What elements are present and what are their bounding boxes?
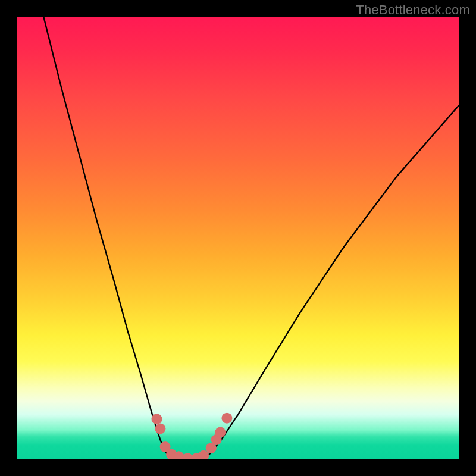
highlight-dot — [221, 413, 232, 424]
series-curve — [44, 17, 459, 459]
chart-plot-area — [17, 17, 459, 459]
chart-frame: TheBottleneck.com — [0, 0, 476, 476]
highlight-dots — [152, 413, 233, 459]
highlight-dot — [152, 414, 162, 424]
highlight-dot — [155, 424, 165, 434]
chart-svg — [17, 17, 459, 459]
highlight-dot — [215, 427, 226, 438]
bottleneck-curve — [44, 17, 459, 459]
watermark-text: TheBottleneck.com — [356, 2, 470, 18]
